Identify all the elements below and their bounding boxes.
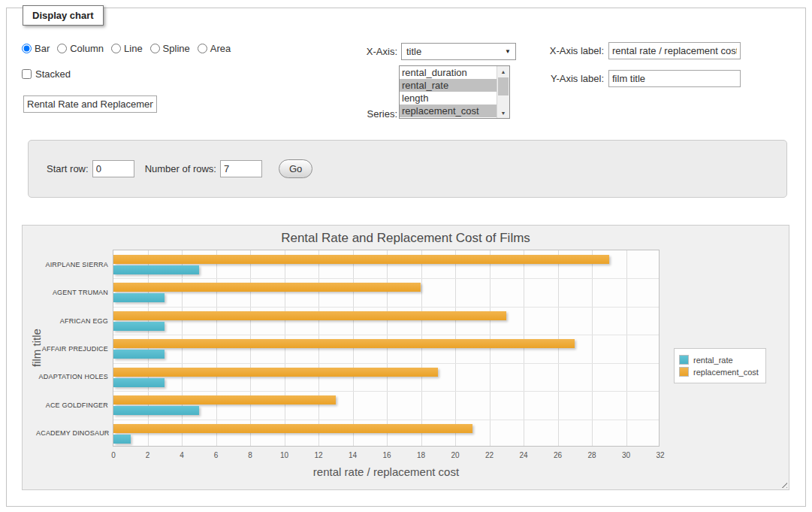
gridline xyxy=(113,363,659,364)
resize-handle-icon[interactable] xyxy=(779,480,787,488)
x-axis-select-value: title xyxy=(406,46,505,57)
chart-type-option-bar[interactable]: Bar xyxy=(22,43,50,54)
x-tick-label: 6 xyxy=(205,451,228,459)
bar-rental_rate xyxy=(113,435,131,444)
chart-type-radio-line[interactable] xyxy=(111,44,121,53)
chart-type-label: Column xyxy=(70,43,104,54)
chart-type-option-line[interactable]: Line xyxy=(111,43,143,54)
x-tick-label: 30 xyxy=(615,451,638,459)
bar-rental_rate xyxy=(113,265,199,274)
chart-type-option-column[interactable]: Column xyxy=(57,43,104,54)
x-axis-row: X-Axis: title ▼ xyxy=(330,43,516,60)
x-axis-label-input[interactable] xyxy=(608,42,741,59)
x-tick-label: 24 xyxy=(512,451,535,459)
gridline xyxy=(113,420,659,420)
stacked-checkbox[interactable] xyxy=(22,69,32,79)
legend-swatch xyxy=(679,355,689,365)
legend-item: rental_rate xyxy=(679,355,759,365)
display-chart-fieldset: Display chart BarColumnLineSplineArea St… xyxy=(6,8,806,507)
series-listbox-scrollbar[interactable]: ▲ ▼ xyxy=(497,66,509,118)
bar-replacement_cost xyxy=(113,424,472,433)
x-tick-label: 8 xyxy=(239,451,261,459)
series-option-length[interactable]: length xyxy=(400,92,497,105)
legend-item: replacement_cost xyxy=(679,367,759,377)
bar-rental_rate xyxy=(113,293,165,302)
chart-type-radio-column[interactable] xyxy=(57,44,67,53)
chart-title: Rental Rate and Replacement Cost of Film… xyxy=(23,231,789,246)
bar-replacement_cost xyxy=(113,255,609,264)
x-tick-label: 2 xyxy=(137,451,159,459)
x-tick-label: 22 xyxy=(478,451,501,459)
legend-label: rental_rate xyxy=(693,356,733,365)
bar-rental_rate xyxy=(113,406,199,415)
chart-type-option-spline[interactable]: Spline xyxy=(150,43,190,54)
series-listbox[interactable]: rental_durationrental_ratelengthreplacem… xyxy=(399,65,510,119)
x-axis-select[interactable]: title ▼ xyxy=(401,43,516,60)
x-tick-label: 12 xyxy=(307,451,330,459)
category-label: AFFAIR PREJUDICE xyxy=(36,345,108,353)
series-option-rental_rate[interactable]: rental_rate xyxy=(400,79,497,92)
category-label: ACADEMY DINOSAUR xyxy=(36,429,108,437)
chart-type-label: Line xyxy=(124,43,143,54)
x-tick-label: 16 xyxy=(376,451,398,459)
y-axis-label-input[interactable] xyxy=(608,70,741,87)
bar-replacement_cost xyxy=(113,311,506,320)
gridline xyxy=(592,250,593,446)
chevron-down-icon: ▼ xyxy=(505,48,511,55)
x-axis-label-caption: X-Axis label: xyxy=(536,45,604,56)
start-row-label: Start row: xyxy=(47,163,89,174)
y-axis-label-caption: Y-Axis label: xyxy=(536,73,604,84)
x-tick-label: 18 xyxy=(410,451,433,459)
scrollbar-thumb[interactable] xyxy=(498,77,509,95)
x-tick-label: 0 xyxy=(102,451,125,459)
display-chart-legend: Display chart xyxy=(23,5,104,26)
legend-label: replacement_cost xyxy=(693,368,759,377)
x-tick-label: 14 xyxy=(342,451,364,459)
y-axis-label-row: Y-Axis label: xyxy=(536,70,741,87)
chart-type-label: Bar xyxy=(35,43,50,54)
bar-rental_rate xyxy=(113,322,165,331)
chart-title-input[interactable] xyxy=(23,95,157,113)
bar-replacement_cost xyxy=(113,368,438,377)
x-axis-caption: X-Axis: xyxy=(330,46,397,57)
series-options: rental_durationrental_ratelengthreplacem… xyxy=(400,66,497,118)
chart-legend: rental_ratereplacement_cost xyxy=(674,348,766,383)
chart-type-radio-bar[interactable] xyxy=(22,44,32,53)
bar-rental_rate xyxy=(113,350,165,359)
go-button[interactable]: Go xyxy=(279,159,312,178)
x-axis-title: rental rate / replacement cost xyxy=(113,465,660,478)
chart-type-radio-spline[interactable] xyxy=(150,44,160,53)
series-option-rental_duration[interactable]: rental_duration xyxy=(400,66,497,79)
chart-type-group: BarColumnLineSplineArea xyxy=(22,43,238,54)
bar-replacement_cost xyxy=(113,283,421,292)
series-option-replacement_cost[interactable]: replacement_cost xyxy=(400,105,497,117)
category-axis-labels: AIRPLANE SIERRAAGENT TRUMANAFRICAN EGGAF… xyxy=(36,250,108,447)
x-tick-label: 32 xyxy=(649,451,672,459)
stacked-label: Stacked xyxy=(35,68,71,80)
num-rows-label: Number of rows: xyxy=(145,163,216,174)
chart-panel: Rental Rate and Replacement Cost of Film… xyxy=(22,225,789,490)
x-axis-label-row: X-Axis label: xyxy=(536,42,741,59)
category-label: AIRPLANE SIERRA xyxy=(36,261,108,268)
stacked-option[interactable]: Stacked xyxy=(22,68,71,80)
x-axis-ticks: 02468101214161820222426283032 xyxy=(23,451,789,462)
category-label: ACE GOLDFINGER xyxy=(36,401,108,409)
x-tick-label: 10 xyxy=(273,451,296,459)
start-row-input[interactable] xyxy=(92,160,134,177)
gridline xyxy=(113,278,659,279)
chart-type-label: Spline xyxy=(163,43,190,54)
x-tick-label: 26 xyxy=(547,451,569,459)
plot-area xyxy=(113,250,660,447)
scrollbar-down-icon[interactable]: ▼ xyxy=(497,108,509,118)
chart-type-radio-area[interactable] xyxy=(198,44,207,53)
scrollbar-up-icon[interactable]: ▲ xyxy=(497,66,509,77)
category-label: AGENT TRUMAN xyxy=(36,289,108,296)
num-rows-input[interactable] xyxy=(220,160,262,177)
series-caption: Series: xyxy=(330,108,397,120)
x-tick-label: 20 xyxy=(444,451,466,459)
bar-replacement_cost xyxy=(113,339,575,348)
chart-type-option-area[interactable]: Area xyxy=(198,43,231,54)
chart-type-label: Area xyxy=(210,43,231,54)
x-tick-label: 4 xyxy=(171,451,193,459)
rows-panel: Start row: Number of rows: Go xyxy=(28,140,787,198)
